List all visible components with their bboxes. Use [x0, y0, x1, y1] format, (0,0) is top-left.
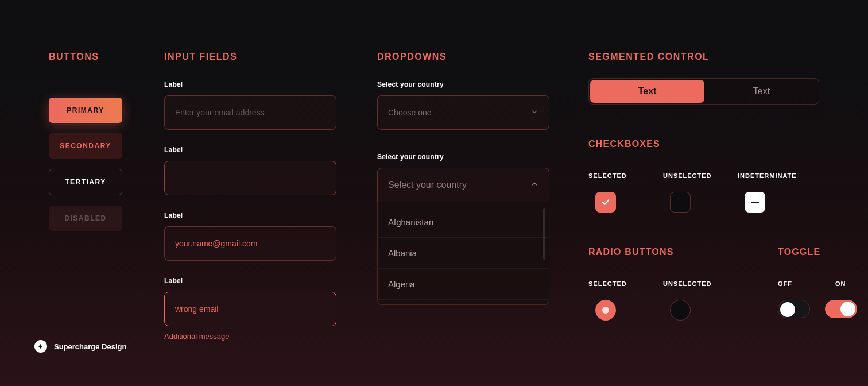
- minus-icon: [751, 202, 759, 203]
- checkbox-label-unselected: UNSELECTED: [663, 172, 720, 179]
- toggle-label-off: OFF: [778, 280, 818, 287]
- dropdown-closed-value: Choose one: [388, 108, 432, 117]
- country-dropdown-list: Afghanistan Albania Algeria: [377, 202, 549, 305]
- brand: Supercharge Design: [34, 340, 126, 353]
- email-input-focused[interactable]: [164, 161, 336, 195]
- radio-unselected[interactable]: [670, 300, 691, 321]
- checkbox-indeterminate[interactable]: [745, 192, 765, 213]
- email-input-error[interactable]: wrong email: [164, 292, 336, 326]
- checkbox-label-selected: SELECTED: [588, 172, 646, 179]
- input-label-4: Label: [164, 277, 336, 285]
- chevron-up-icon: [530, 180, 538, 190]
- input-value-3: your.name@gmail.com: [175, 239, 257, 248]
- segmented-section-title: SEGMENTED CONTROL: [588, 52, 824, 62]
- primary-button[interactable]: PRIMARY: [49, 98, 122, 123]
- brand-text: Supercharge Design: [54, 342, 126, 351]
- segment-selected[interactable]: Text: [590, 80, 704, 103]
- input-error-message: Additional message: [164, 332, 336, 341]
- buttons-section-title: BUTTONS: [49, 52, 146, 62]
- dropdown-label-open: Select your country: [377, 153, 549, 161]
- brand-logo-icon: [34, 340, 47, 353]
- email-input-default[interactable]: [164, 95, 336, 130]
- dropdown-option-1[interactable]: Afghanistan: [378, 207, 549, 238]
- country-dropdown-closed[interactable]: Choose one: [377, 95, 549, 130]
- input-label-1: Label: [164, 80, 336, 88]
- segment-unselected[interactable]: Text: [704, 80, 819, 103]
- input-label-3: Label: [164, 211, 336, 219]
- toggle-on[interactable]: [825, 300, 857, 318]
- lightning-icon: [37, 343, 44, 350]
- dropdown-option-3[interactable]: Algeria: [378, 269, 549, 300]
- dropdown-label-closed: Select your country: [377, 80, 549, 88]
- dropdowns-section-title: DROPDOWNS: [377, 52, 549, 62]
- radio-selected[interactable]: [595, 300, 616, 321]
- segmented-control: Text Text: [588, 78, 819, 105]
- toggle-section-title: TOGGLE: [778, 247, 868, 257]
- tertiary-button[interactable]: TERTIARY: [49, 169, 122, 195]
- secondary-button[interactable]: SECONDARY: [49, 133, 122, 159]
- checkbox-selected[interactable]: [595, 192, 616, 213]
- check-icon: [600, 197, 611, 207]
- email-input-filled[interactable]: your.name@gmail.com: [164, 226, 336, 261]
- inputs-section-title: INPUT FIELDS: [164, 52, 336, 62]
- radio-label-unselected: UNSELECTED: [663, 280, 720, 287]
- radios-section-title: RADIO BUTTONS: [588, 247, 720, 257]
- input-label-2: Label: [164, 146, 336, 154]
- dropdown-open-value: Select your country: [388, 180, 467, 190]
- toggle-off[interactable]: [778, 300, 810, 318]
- chevron-down-icon: [530, 108, 538, 118]
- checkbox-unselected[interactable]: [670, 192, 691, 213]
- disabled-button: DISABLED: [49, 206, 122, 231]
- checkbox-label-indeterminate: INDETERMINATE: [738, 172, 795, 179]
- checkboxes-section-title: CHECKBOXES: [588, 139, 824, 149]
- dropdown-scrollbar[interactable]: [543, 208, 545, 260]
- radio-label-selected: SELECTED: [588, 280, 646, 287]
- input-value-4: wrong email: [175, 304, 218, 314]
- country-dropdown-open[interactable]: Select your country: [377, 168, 549, 202]
- toggle-label-on: ON: [835, 280, 868, 287]
- dropdown-option-2[interactable]: Albania: [378, 238, 549, 269]
